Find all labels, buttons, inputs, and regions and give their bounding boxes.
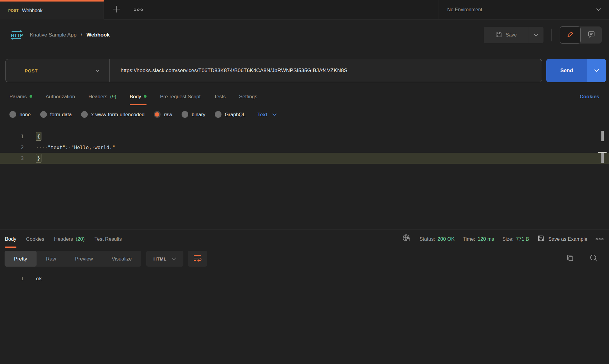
params-modified-dot: [30, 95, 32, 98]
tab-authorization[interactable]: Authorization: [46, 88, 75, 105]
view-preview[interactable]: Preview: [66, 251, 102, 267]
editor-active-line[interactable]: 3 }: [0, 153, 609, 164]
tab-headers[interactable]: Headers (9): [88, 88, 116, 105]
tab-pre-request-script[interactable]: Pre-request Script: [160, 88, 200, 105]
raw-type-selector[interactable]: Text: [257, 112, 277, 117]
mode-binary-label: binary: [192, 112, 205, 117]
tab-pre-request-label: Pre-request Script: [160, 94, 200, 100]
environment-selector[interactable]: No Environment: [438, 0, 609, 19]
size-label: Size:: [502, 236, 514, 242]
request-tab[interactable]: POST Webhook: [0, 0, 104, 19]
tab-tests-label: Tests: [214, 94, 226, 100]
save-options-button[interactable]: [528, 27, 543, 43]
time-meta[interactable]: Time: 120 ms: [463, 236, 494, 242]
time-label: Time:: [463, 236, 475, 242]
text-wrap-icon: [193, 254, 202, 263]
response-tab-headers-label: Headers: [54, 236, 73, 242]
mode-raw[interactable]: raw: [154, 111, 172, 118]
mode-none[interactable]: none: [9, 111, 31, 118]
mode-urlencoded-label: x-www-form-urlencoded: [91, 112, 144, 117]
radio-selected-icon: [154, 111, 161, 118]
view-raw-label: Raw: [46, 256, 56, 262]
editor-line[interactable]: 1 {: [0, 131, 609, 142]
status-meta[interactable]: Status: 200 OK: [420, 236, 455, 242]
tab-params[interactable]: Params: [9, 88, 32, 105]
response-tab-test-results[interactable]: Test Results: [94, 230, 122, 248]
response-options-button[interactable]: [596, 236, 604, 242]
more-options-icon: [134, 7, 143, 12]
request-body-editor[interactable]: 1 { 2 ····"text":·"Hello,·world." 3 }: [0, 130, 609, 229]
time-value: 120 ms: [478, 236, 494, 242]
response-format-label: HTML: [154, 256, 167, 261]
top-tab-bar: POST Webhook No Environment: [0, 0, 609, 19]
chevron-down-icon: [172, 256, 176, 261]
size-meta[interactable]: Size: 771 B: [502, 236, 529, 242]
body-mode-row: none form-data x-www-form-urlencoded raw…: [0, 107, 609, 122]
wrap-text-button[interactable]: [188, 251, 207, 267]
save-button[interactable]: Save: [484, 27, 528, 43]
mode-binary[interactable]: binary: [182, 111, 205, 118]
new-tab-button[interactable]: [112, 5, 120, 14]
chevron-down-icon: [594, 68, 599, 73]
plus-icon: [112, 5, 120, 14]
tab-options-button[interactable]: [134, 7, 143, 12]
network-info-button[interactable]: [402, 234, 411, 244]
mode-graphql[interactable]: GraphQL: [215, 111, 246, 118]
method-selector[interactable]: POST: [6, 68, 109, 73]
save-icon: [537, 235, 545, 243]
comments-button[interactable]: [581, 26, 602, 44]
tab-tests[interactable]: Tests: [214, 88, 226, 105]
open-brace: {: [36, 132, 41, 141]
url-bar: POST https://hooks.slack.com/services/T0…: [5, 59, 542, 82]
mode-none-label: none: [19, 112, 31, 117]
response-view-switcher: Pretty Raw Preview Visualize: [5, 251, 141, 267]
scrollbar-annotation-mark[interactable]: [601, 131, 604, 141]
view-raw[interactable]: Raw: [37, 251, 66, 267]
response-tab-test-results-label: Test Results: [94, 236, 122, 242]
close-brace: }: [36, 154, 41, 163]
status-label: Status:: [420, 236, 435, 242]
tab-body[interactable]: Body: [130, 88, 147, 105]
response-tab-body[interactable]: Body: [5, 230, 16, 248]
http-protocol-icon: HTTP: [10, 30, 23, 40]
more-options-icon: [596, 236, 604, 242]
edit-mode-button[interactable]: [560, 26, 581, 44]
response-tab-cookies[interactable]: Cookies: [26, 230, 44, 248]
save-as-example-label: Save as Example: [548, 236, 587, 242]
mode-form-data[interactable]: form-data: [40, 111, 72, 118]
radio-icon: [215, 111, 221, 118]
tab-body-label: Body: [130, 94, 141, 100]
comment-icon: [587, 30, 595, 40]
cookies-link[interactable]: Cookies: [580, 94, 599, 100]
response-tab-cookies-label: Cookies: [26, 236, 44, 242]
view-visualize[interactable]: Visualize: [102, 251, 141, 267]
view-preview-label: Preview: [75, 256, 93, 262]
line-number: 1: [0, 276, 24, 282]
send-options-button[interactable]: [587, 59, 606, 82]
request-tabs: Params Authorization Headers (9) Body Pr…: [0, 88, 609, 105]
response-header: Body Cookies Headers (20) Test Results: [0, 230, 609, 248]
tab-settings[interactable]: Settings: [239, 88, 257, 105]
line-number: 2: [0, 145, 24, 150]
copy-response-button[interactable]: [566, 254, 574, 264]
mode-urlencoded[interactable]: x-www-form-urlencoded: [81, 111, 144, 118]
response-format-selector[interactable]: HTML: [146, 251, 184, 267]
radio-icon: [81, 111, 88, 118]
environment-label: No Environment: [447, 7, 482, 12]
line-number: 1: [0, 134, 24, 139]
response-headers-count: (20): [76, 236, 85, 242]
response-body-viewer[interactable]: 1 ok: [0, 276, 609, 282]
breadcrumb-request-name[interactable]: Webhook: [87, 32, 110, 38]
breadcrumb-collection[interactable]: Knative Sample App: [30, 32, 76, 38]
url-input[interactable]: https://hooks.slack.com/services/T06TD83…: [110, 68, 347, 74]
search-response-button[interactable]: [590, 254, 598, 264]
save-as-example-button[interactable]: Save as Example: [537, 235, 587, 243]
view-pretty[interactable]: Pretty: [5, 251, 37, 267]
chevron-down-icon: [596, 7, 601, 12]
send-button[interactable]: Send: [546, 59, 587, 82]
status-value: 200 OK: [437, 236, 455, 242]
save-button-label: Save: [506, 32, 517, 38]
response-tab-headers[interactable]: Headers (20): [54, 230, 85, 248]
editor-line[interactable]: 2 ····"text":·"Hello,·world.": [0, 142, 609, 153]
scrollbar-annotation-mark[interactable]: [601, 153, 604, 163]
